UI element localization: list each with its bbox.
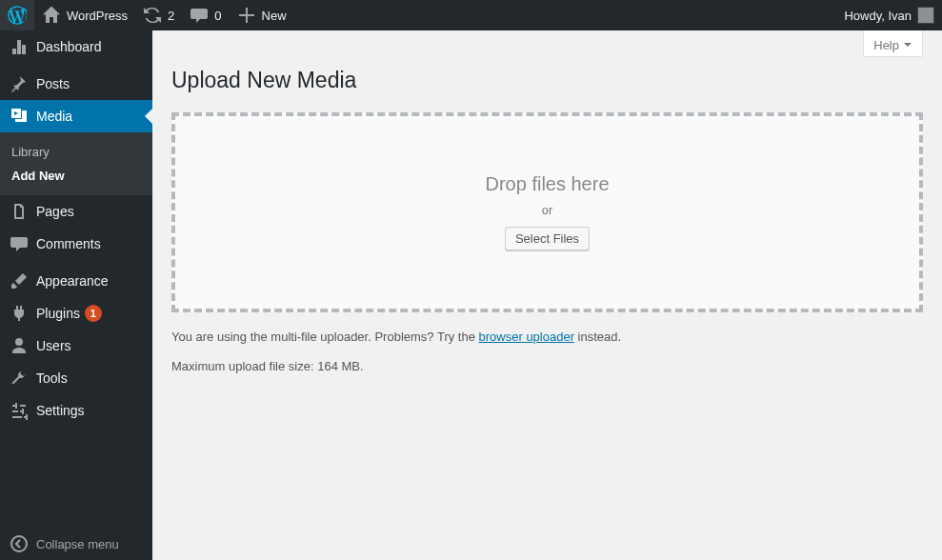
plus-icon [237,6,256,25]
updates-link[interactable]: 2 [135,0,182,30]
media-submenu: Library Add New [0,132,152,195]
wrench-icon [10,369,29,388]
sidebar-label: Users [36,338,71,353]
pin-icon [10,74,29,93]
sidebar-item-posts[interactable]: Posts [0,68,152,100]
admin-bar: WordPress 2 0 New Howdy, Ivan [0,0,942,30]
collapse-menu-button[interactable]: Collapse menu [0,528,152,560]
sidebar-label: Tools [36,370,68,386]
new-label: New [262,9,287,23]
comment-icon [190,6,209,25]
sidebar-label: Media [36,109,72,124]
sidebar-label: Comments [36,236,101,251]
submenu-add-new[interactable]: Add New [0,164,152,188]
content-area: Help Upload New Media Drop files here or… [152,30,942,560]
sidebar-item-pages[interactable]: Pages [0,195,152,228]
user-icon [10,336,29,355]
wordpress-logo-icon [8,6,27,25]
sidebar-item-users[interactable]: Users [0,330,152,362]
admin-sidebar: Dashboard Posts Media Library Add New Pa… [0,30,152,560]
sidebar-item-tools[interactable]: Tools [0,362,152,394]
avatar [917,7,934,24]
sidebar-item-dashboard[interactable]: Dashboard [0,30,152,63]
collapse-label: Collapse menu [36,537,119,551]
sidebar-item-plugins[interactable]: Plugins 1 [0,297,152,330]
updates-count: 2 [168,9,174,23]
comments-icon [10,234,29,253]
dropzone-message: Drop files here [485,173,609,195]
updates-icon [143,6,162,25]
new-content-link[interactable]: New [230,0,294,30]
brush-icon [10,271,29,290]
sidebar-item-media[interactable]: Media [0,100,152,132]
greeting-label: Howdy, Ivan [844,9,912,23]
max-upload-size: Maximum upload file size: 164 MB. [171,359,923,373]
sidebar-item-settings[interactable]: Settings [0,394,152,427]
site-name-label: WordPress [67,9,128,23]
help-tab[interactable]: Help [863,30,923,57]
sliders-icon [10,401,29,420]
dashboard-icon [10,37,29,56]
help-label: Help [873,38,899,52]
media-icon [10,107,29,126]
wp-logo[interactable] [0,0,34,30]
sidebar-label: Pages [36,204,74,219]
home-icon [42,6,61,25]
plug-icon [10,304,29,323]
comments-count: 0 [214,9,221,23]
plugins-update-badge: 1 [85,305,102,322]
comments-link[interactable]: 0 [182,0,229,30]
pages-icon [10,202,29,221]
upload-dropzone[interactable]: Drop files here or Select Files [171,112,923,312]
sidebar-label: Appearance [36,273,109,289]
submenu-library[interactable]: Library [0,140,152,164]
sidebar-label: Plugins [36,306,80,321]
account-link[interactable]: Howdy, Ivan [836,0,942,30]
svg-point-0 [11,536,27,551]
dropzone-or: or [542,203,553,217]
collapse-icon [10,534,29,553]
browser-uploader-link[interactable]: browser uploader [479,330,574,344]
page-title: Upload New Media [171,67,923,95]
select-files-button[interactable]: Select Files [505,227,590,250]
chevron-down-icon [903,40,912,50]
sidebar-label: Posts [36,76,70,91]
uploader-hint: You are using the multi-file uploader. P… [171,330,923,344]
site-name-link[interactable]: WordPress [34,0,135,30]
sidebar-label: Settings [36,403,85,418]
sidebar-label: Dashboard [36,39,102,54]
sidebar-item-comments[interactable]: Comments [0,228,152,260]
sidebar-item-appearance[interactable]: Appearance [0,265,152,297]
